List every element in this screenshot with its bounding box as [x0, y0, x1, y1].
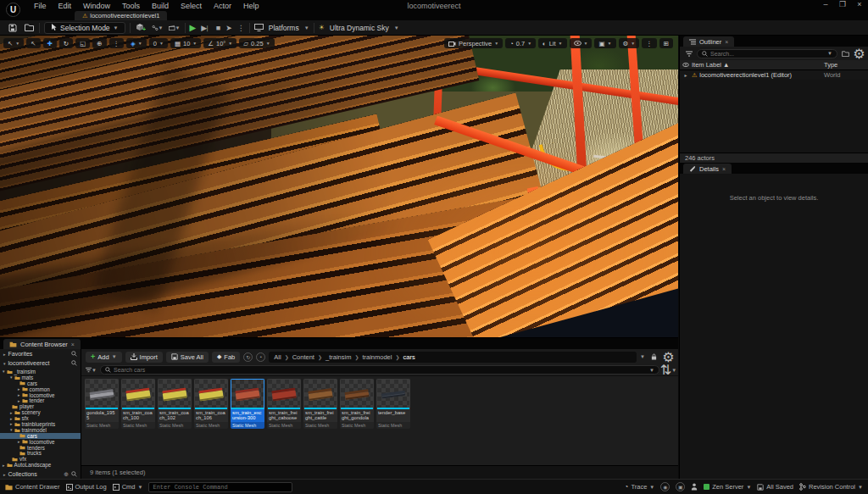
favorites-section[interactable]: ▸ Favorites — [0, 349, 81, 358]
trace-dropdown[interactable]: ◔Trace▼ — [625, 483, 655, 491]
stop-button[interactable]: ■ — [216, 24, 220, 32]
details-tab[interactable]: Details × — [683, 164, 732, 174]
close-tab-icon[interactable]: × — [725, 39, 728, 45]
outliner-settings-icon[interactable]: ⚙ — [854, 48, 865, 58]
asset-tile[interactable]: gondola_1955 Static Mesh — [85, 379, 119, 429]
tree-item[interactable]: vfx — [0, 456, 81, 462]
lock-icon[interactable] — [648, 352, 659, 362]
filter-dropdown[interactable]: ▼ — [86, 365, 97, 375]
sort-options-dropdown[interactable]: ⇅▼ — [663, 365, 674, 375]
world-space-toggle[interactable]: ⊕ — [92, 38, 106, 48]
asset-tile[interactable]: sm_train_freight_cattle Static Mesh — [303, 379, 337, 429]
asset-tile[interactable]: sm_train_coach_102 Static Mesh — [158, 379, 192, 429]
asset-tile[interactable]: sm_train_freight_caboose Static Mesh — [267, 379, 301, 429]
ultra-dynamic-sky-dropdown[interactable]: ☀ Ultra Dynamic Sky ▼ — [319, 24, 399, 32]
tree-item[interactable]: ▸ trainblueprints — [0, 421, 81, 427]
screenshot-icon[interactable]: ▣ — [676, 482, 685, 491]
camera-speed-dropdown[interactable]: ◔ 0.7▼ — [505, 38, 536, 48]
breadcrumb-item[interactable]: _trainsim — [326, 353, 351, 361]
view-mode-dropdown[interactable]: ◐ Lit▼ — [538, 38, 566, 48]
add-collection-icon[interactable]: ⊕ — [64, 471, 69, 478]
person-icon[interactable] — [691, 483, 698, 491]
select-tool[interactable]: ↖ — [26, 38, 40, 48]
tree-item[interactable]: player — [0, 403, 81, 409]
cursor-tool-dropdown[interactable]: ↖▼ — [3, 38, 24, 48]
menu-item[interactable]: File — [29, 1, 52, 11]
tree-item[interactable]: tenders — [0, 445, 81, 451]
scale-tool[interactable]: ◱ — [75, 38, 90, 48]
fab-button[interactable]: ◆Fab — [212, 352, 240, 363]
import-button[interactable]: Import — [125, 352, 163, 363]
scale-snap-dropdown[interactable]: ▱ 0.25▼ — [239, 38, 274, 48]
show-flags-dropdown[interactable]: ▼ — [570, 38, 593, 48]
close-tab-icon[interactable]: × — [722, 166, 726, 172]
sync-icon[interactable]: ↻ — [243, 352, 253, 362]
outliner-column-header[interactable]: Item Label ▲ Type — [680, 60, 868, 70]
asset-tile[interactable]: sm_train_freight_gondola Static Mesh — [340, 379, 374, 429]
output-log-button[interactable]: Output Log — [66, 483, 107, 491]
viewport-settings-dropdown[interactable]: ⚙▼ — [619, 38, 640, 48]
browse-content-icon[interactable] — [23, 22, 35, 33]
tree-item[interactable]: ▸ common — [0, 386, 81, 392]
asset-tile[interactable]: sm_train_coach_106 Static Mesh — [194, 379, 228, 429]
item-label-column[interactable]: Item Label ▲ — [692, 61, 824, 69]
tree-item[interactable]: ▸ AutoLandscape — [0, 462, 81, 468]
zen-server-dropdown[interactable]: Zen Server▼ — [704, 483, 751, 491]
snap-offset[interactable]: 0▼ — [149, 38, 168, 48]
level-tab[interactable]: ⚠ locomotiveerectionlevel1 — [75, 11, 167, 20]
breadcrumb-item[interactable]: Content — [292, 353, 314, 361]
tree-item[interactable]: ▸ locomotive — [0, 439, 81, 445]
asset-tile[interactable]: sm_train_coach_100 Static Mesh — [121, 379, 155, 429]
asset-search[interactable]: ▼ — [100, 365, 659, 375]
tree-item[interactable]: ▾ mats — [0, 375, 81, 380]
tree-item[interactable]: ▾ _trainsim — [0, 369, 81, 375]
insights-icon[interactable]: ◉ — [660, 482, 670, 491]
path-history-dropdown[interactable]: ▼ — [640, 354, 645, 359]
outliner-tab[interactable]: Outliner × — [683, 36, 734, 47]
perspective-dropdown[interactable]: Perspective▼ — [444, 38, 503, 48]
maximize-viewport-button[interactable]: ⊞ — [659, 38, 673, 48]
rotate-tool[interactable]: ↻ — [59, 38, 73, 48]
tree-item[interactable]: cars — [0, 433, 81, 439]
blueprints-dropdown[interactable]: ▼ — [152, 22, 164, 33]
outliner-search[interactable]: ▼ — [697, 49, 837, 58]
breadcrumb-item[interactable]: All — [274, 353, 281, 361]
unreal-logo-icon[interactable]: U — [6, 3, 20, 17]
move-tool[interactable]: ✚ — [43, 38, 57, 48]
cinematics-dropdown[interactable]: ▼ — [169, 22, 181, 33]
asset-tile[interactable]: tender_base Static Mesh — [376, 379, 410, 429]
search-icon[interactable] — [71, 351, 77, 357]
outliner-row[interactable]: ▸ ⚠ locomotiveerectionlevel1 (Editor) Wo… — [680, 70, 868, 80]
new-folder-icon[interactable] — [840, 48, 851, 58]
content-browser-tab[interactable]: Content Browser × — [3, 339, 81, 349]
selection-mode-dropdown[interactable]: Selection Mode ▼ — [44, 22, 125, 34]
maximize-button[interactable]: ❐ — [837, 0, 848, 8]
tree-item[interactable]: ▸ locomotive — [0, 392, 81, 398]
collections-section[interactable]: ▸ Collections ⊕ — [0, 469, 81, 479]
frame-skip-button[interactable]: ▶▏ — [201, 24, 211, 32]
content-drawer-button[interactable]: Content Drawer — [5, 483, 60, 491]
3d-viewport[interactable]: ↖▼ ↖ ✚ ↻ ◱ ⊕ ⋮ ◈▼ 0▼ ▦ 10▼ ∠ 10°▼ ▱ 0.25… — [0, 36, 678, 337]
save-all-button[interactable]: Save All — [166, 352, 209, 363]
content-browser-settings-icon[interactable]: ⚙ — [663, 352, 674, 362]
tree-item[interactable]: cars — [0, 380, 81, 386]
add-actor-dropdown[interactable]: + — [135, 22, 147, 33]
viewport-tools-dropdown[interactable]: ▣▼ — [594, 38, 615, 48]
menu-item[interactable]: Help — [238, 1, 264, 11]
project-section[interactable]: ▾ locomotiveerect — [0, 358, 81, 368]
breadcrumb-item[interactable]: cars — [403, 353, 415, 361]
transform-options-menu[interactable]: ⋮ — [109, 38, 125, 48]
type-column[interactable]: Type — [824, 61, 868, 69]
tree-item[interactable]: trucks — [0, 450, 81, 456]
menu-item[interactable]: Build — [147, 1, 174, 11]
outliner-search-input[interactable] — [710, 51, 825, 57]
minimize-button[interactable]: – — [821, 0, 831, 8]
rotation-snap-dropdown[interactable]: ∠ 10°▼ — [203, 38, 236, 48]
save-icon[interactable] — [7, 22, 19, 33]
play-options-menu[interactable]: ⋮ — [237, 24, 245, 32]
search-icon[interactable] — [71, 360, 77, 366]
tree-item[interactable]: ▸ tender — [0, 397, 81, 403]
close-button[interactable]: × — [854, 0, 865, 8]
revision-control-dropdown[interactable]: Revision Control▼ — [799, 483, 863, 491]
surface-snap-toggle[interactable]: ◈▼ — [126, 38, 147, 48]
